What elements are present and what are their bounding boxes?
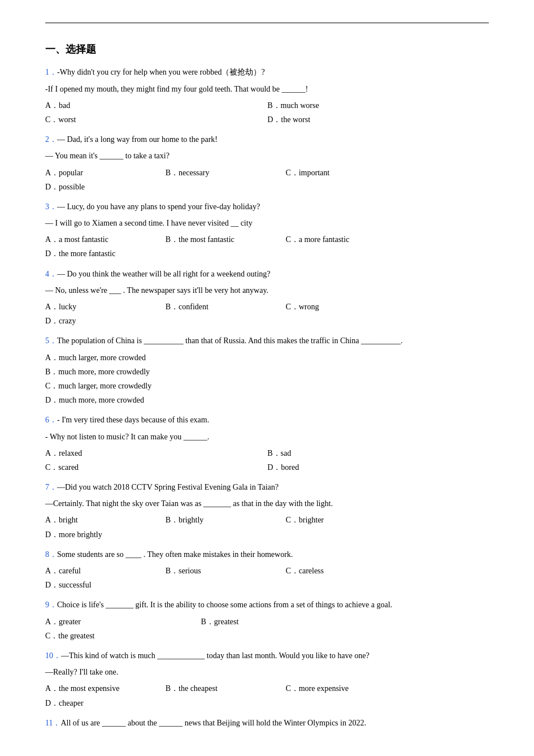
option-8-2: C．careless (285, 564, 383, 578)
top-divider (45, 23, 489, 23)
option-7-0: A．bright (45, 513, 143, 527)
question-number-2: 2． (45, 135, 57, 144)
question-number-6: 6． (45, 416, 57, 424)
option-6-0: A．relaxed (45, 446, 245, 460)
options-row-10: A．the most expensiveB．the cheapestC．more… (45, 681, 489, 710)
option-2-3: D．possible (45, 180, 143, 194)
options-row-3: A．a most fantasticB．the most fantasticC．… (45, 232, 489, 261)
options-row-6: A．relaxedB．sadC．scaredD．bored (45, 446, 489, 474)
option-4-1: B．confident (166, 300, 263, 314)
question-line-1-1: -If I opened my mouth, they might find m… (45, 82, 489, 96)
option-8-1: B．serious (166, 564, 263, 578)
option-8-0: A．careful (45, 564, 143, 578)
question-line-10-1: —Really? I'll take one. (45, 665, 489, 679)
option-3-2: C．a more fantastic (285, 232, 383, 247)
question-number-3: 3． (45, 202, 57, 211)
option-2-0: A．popular (45, 166, 143, 180)
option-4-2: C．wrong (285, 300, 383, 314)
option-9-1: B．greatest (201, 615, 335, 629)
option-2-1: B．necessary (166, 166, 263, 180)
options-row-2: A．popularB．necessaryC．importantD．possibl… (45, 166, 489, 194)
question-line-4-1: — No, unless we're ___ . The newspaper s… (45, 283, 489, 297)
question-9: 9．Choice is life's _______ gift. It is t… (45, 598, 489, 643)
questions-container: 1．-Why didn't you cry for help when you … (45, 65, 489, 730)
option-1-3: D．the worst (267, 113, 467, 127)
question-number-11: 11． (45, 719, 60, 727)
question-5: 5．The population of China is __________ … (45, 334, 489, 407)
question-line-11-0: 11．All of us are ______ about the ______… (45, 716, 489, 730)
question-line-4-0: 4．— Do you think the weather will be all… (45, 267, 489, 281)
option-4-0: A．lucky (45, 300, 143, 314)
option-5-3: D．much more, more crowded (45, 393, 489, 407)
option-6-3: D．bored (267, 460, 467, 474)
question-3: 3．— Lucy, do you have any plans to spend… (45, 200, 489, 261)
option-8-3: D．successful (45, 578, 143, 592)
option-3-1: B．the most fantastic (166, 232, 263, 247)
question-1: 1．-Why didn't you cry for help when you … (45, 65, 489, 127)
option-7-2: C．brighter (285, 513, 383, 527)
question-line-7-0: 7．—Did you watch 2018 CCTV Spring Festiv… (45, 480, 489, 494)
question-8: 8．Some students are so ____ . They often… (45, 547, 489, 593)
options-row-5: A．much larger, more crowdedB．much more, … (45, 351, 489, 408)
question-11: 11．All of us are ______ about the ______… (45, 716, 489, 730)
options-row-8: A．carefulB．seriousC．carelessD．successful (45, 564, 489, 592)
option-9-2: C．the greatest (45, 629, 179, 643)
question-number-10: 10． (45, 651, 61, 660)
option-9-0: A．greater (45, 615, 179, 629)
option-3-3: D．the more fantastic (45, 247, 143, 261)
question-7: 7．—Did you watch 2018 CCTV Spring Festiv… (45, 480, 489, 542)
question-10: 10．—This kind of watch is much _________… (45, 649, 489, 710)
question-line-2-0: 2．— Dad, it's a long way from our home t… (45, 132, 489, 146)
question-number-5: 5． (45, 336, 57, 345)
option-5-2: C．much larger, more crowdedly (45, 379, 489, 393)
option-6-1: B．sad (267, 446, 467, 460)
question-number-1: 1． (45, 68, 57, 76)
question-line-3-1: — I will go to Xiamen a second time. I h… (45, 216, 489, 230)
question-6: 6．- I'm very tired these days because of… (45, 413, 489, 474)
option-1-1: B．much worse (267, 98, 467, 113)
question-line-6-0: 6．- I'm very tired these days because of… (45, 413, 489, 427)
question-number-9: 9． (45, 601, 57, 609)
question-line-5-0: 5．The population of China is __________ … (45, 334, 489, 348)
question-number-7: 7． (45, 483, 57, 491)
option-10-2: C．more expensive (285, 681, 383, 695)
option-1-0: A．bad (45, 98, 245, 113)
options-row-4: A．luckyB．confidentC．wrongD．crazy (45, 300, 489, 328)
question-line-1-0: 1．-Why didn't you cry for help when you … (45, 65, 489, 79)
option-4-3: D．crazy (45, 314, 143, 328)
option-5-0: A．much larger, more crowded (45, 351, 489, 365)
question-number-8: 8． (45, 550, 57, 559)
question-line-9-0: 9．Choice is life's _______ gift. It is t… (45, 598, 489, 612)
question-line-10-0: 10．—This kind of watch is much _________… (45, 649, 489, 663)
option-5-1: B．much more, more crowdedly (45, 365, 489, 379)
question-line-6-1: - Why not listen to music? It can make y… (45, 430, 489, 444)
option-7-3: D．more brightly (45, 528, 143, 542)
option-10-0: A．the most expensive (45, 681, 143, 695)
options-row-1: A．badB．much worseC．worstD．the worst (45, 98, 489, 127)
question-number-4: 4． (45, 270, 57, 278)
option-10-3: D．cheaper (45, 696, 143, 710)
question-4: 4．— Do you think the weather will be all… (45, 267, 489, 329)
question-line-2-1: — You mean it's ______ to take a taxi? (45, 149, 489, 163)
question-line-3-0: 3．— Lucy, do you have any plans to spend… (45, 200, 489, 214)
option-3-0: A．a most fantastic (45, 232, 143, 247)
question-2: 2．— Dad, it's a long way from our home t… (45, 132, 489, 194)
question-line-7-1: —Certainly. That night the sky over Taia… (45, 496, 489, 511)
option-2-2: C．important (285, 166, 383, 180)
options-row-7: A．brightB．brightlyC．brighterD．more brigh… (45, 513, 489, 541)
option-6-2: C．scared (45, 460, 245, 474)
question-line-8-0: 8．Some students are so ____ . They often… (45, 547, 489, 561)
option-10-1: B．the cheapest (166, 681, 263, 695)
options-row-9: A．greaterB．greatestC．the greatest (45, 615, 489, 643)
section-title: 一、选择题 (45, 40, 489, 58)
option-1-2: C．worst (45, 113, 245, 127)
option-7-1: B．brightly (166, 513, 263, 527)
